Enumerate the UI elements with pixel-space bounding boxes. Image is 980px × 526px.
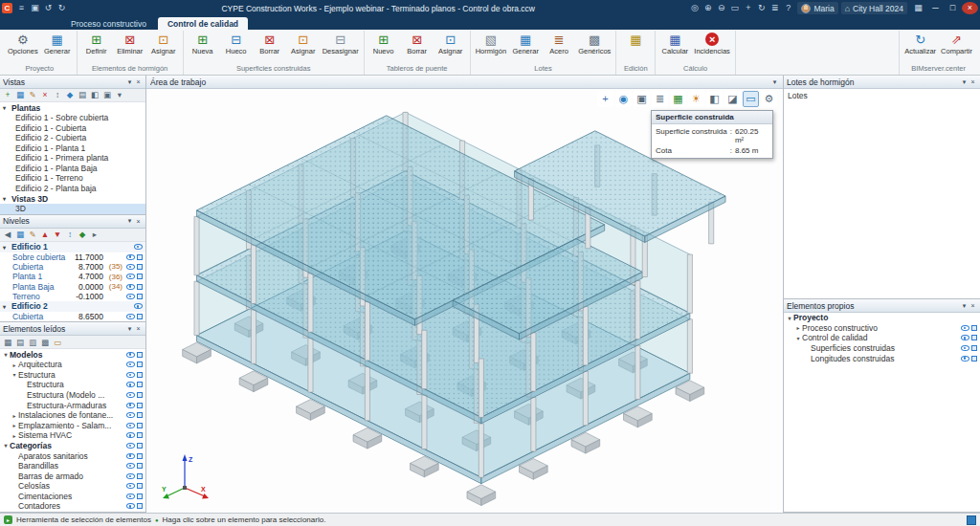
eye-icon[interactable] [126, 284, 135, 290]
chevron-right-icon[interactable]: ▸ [794, 324, 802, 331]
elemento-row-emplazamiento-salam[interactable]: ▸Emplazamiento - Salam... [0, 420, 145, 430]
propio-row-longitudes-construidas[interactable]: Longitudes construidas [784, 353, 980, 363]
ribbon-button-actualizar[interactable]: ↻Actualizar [902, 31, 938, 55]
elemento-row-arquitectura[interactable]: ▸Arquitectura [0, 360, 145, 370]
box-icon[interactable] [971, 356, 977, 362]
ribbon-button-nuevo[interactable]: ⊞Nuevo [368, 31, 400, 55]
ribbon-button-genericos[interactable]: ▩Genéricos [576, 31, 612, 55]
box-icon[interactable]: ▣ [634, 91, 650, 107]
ribbon-button-acero[interactable]: ≣Acero [543, 31, 575, 55]
chevron-right-icon[interactable]: ▸ [11, 412, 18, 419]
building-row-edificio-1[interactable]: ▾Edificio 1 [0, 242, 145, 252]
eye-icon[interactable] [126, 352, 135, 358]
eye-icon[interactable] [126, 392, 135, 398]
ribbon-button-incidencias[interactable]: ×Incidencias [692, 31, 732, 55]
sectionv-icon[interactable]: ◪ [724, 91, 741, 107]
chevron-down-icon[interactable]: ▾ [11, 371, 18, 378]
box-icon[interactable] [137, 264, 143, 270]
ribbon-button-borrar[interactable]: ⊠Borrar [401, 31, 434, 55]
section-icon[interactable]: ◧ [89, 90, 100, 100]
eye-icon[interactable] [961, 345, 969, 351]
eye-icon[interactable] [126, 443, 135, 449]
ribbon-button-definir[interactable]: ⊞Definir [80, 31, 113, 55]
ribbon-button-generar[interactable]: ▦Generar [509, 31, 542, 55]
close-icon[interactable]: × [969, 302, 977, 309]
eye-icon[interactable] [126, 412, 135, 418]
chevron-down-icon[interactable]: ▾ [786, 315, 793, 321]
eye-icon[interactable] [126, 453, 135, 459]
eye-icon[interactable] [126, 403, 135, 408]
down-icon[interactable]: ▼ [52, 230, 63, 240]
propio-row-proyecto[interactable]: ▾Proyecto [784, 313, 980, 323]
project-chip[interactable]: ⌂ City Hall 2024 [841, 2, 907, 14]
undo-icon[interactable]: ↺ [42, 2, 55, 14]
tab-control-de-calidad[interactable]: Control de calidad [158, 17, 248, 30]
elemento-row-aparatos-sanitarios[interactable]: Aparatos sanitarios [0, 450, 145, 461]
g1-icon[interactable]: ▦ [2, 337, 13, 347]
list-icon[interactable]: ≣ [768, 2, 781, 14]
box-icon[interactable] [971, 325, 977, 331]
chevron-down-icon[interactable]: ▾ [3, 104, 10, 111]
box-icon[interactable] [137, 382, 143, 387]
view-item-3d[interactable]: 3D [0, 204, 145, 214]
close-icon[interactable]: × [134, 78, 143, 85]
eye-icon[interactable] [126, 473, 135, 479]
g3-icon[interactable]: ▥ [27, 337, 38, 347]
box-icon[interactable] [137, 503, 143, 509]
save-icon[interactable]: ▣ [29, 2, 41, 14]
eye-icon[interactable] [126, 503, 135, 509]
level-row-cubierta[interactable]: Cubierta8.6500 [0, 312, 145, 321]
eye-icon[interactable] [126, 294, 135, 299]
chevron-down-icon[interactable]: ▾ [960, 78, 969, 86]
box-icon[interactable] [137, 423, 143, 428]
chevron-down-icon[interactable]: ▾ [2, 442, 10, 449]
elemento-row-estructura[interactable]: Estructura [0, 380, 145, 390]
elemento-row-instalaciones-de-fontane[interactable]: ▸Instalaciones de fontane... [0, 410, 145, 421]
chevron-down-icon[interactable]: ▾ [125, 217, 134, 225]
box-icon[interactable] [137, 443, 143, 449]
eye-icon[interactable] [126, 382, 135, 387]
eye-icon[interactable] [126, 314, 135, 319]
eye-icon[interactable] [961, 325, 969, 331]
box-icon[interactable] [971, 335, 977, 340]
layers-icon[interactable]: ≣ [652, 91, 668, 107]
vistas-group-plantas[interactable]: ▾Plantas [0, 102, 145, 113]
settings-icon[interactable]: ⚙ [761, 91, 777, 107]
pointer-icon[interactable]: + [597, 91, 613, 107]
elemento-row-categorias[interactable]: ▾Categorías [0, 441, 145, 451]
up-icon[interactable]: ▲ [39, 230, 51, 240]
close-icon[interactable]: × [969, 78, 977, 85]
view-item-edificio-1-primera-planta[interactable]: Edificio 1 - Primera planta [0, 153, 145, 164]
view-item-edificio-2-planta-baja[interactable]: Edificio 2 - Planta baja [0, 184, 145, 194]
table-icon[interactable]: ▦ [14, 230, 26, 240]
eye-icon[interactable] [961, 356, 969, 362]
ribbon-button-opciones[interactable]: ⚙Opciones [6, 31, 40, 55]
box-icon[interactable] [137, 314, 143, 319]
eye-icon[interactable] [126, 463, 135, 469]
eye-icon[interactable] [126, 483, 135, 489]
eye-icon[interactable] [134, 244, 143, 250]
chevron-right-icon[interactable]: ▸ [11, 362, 18, 368]
eye2-icon[interactable]: ◉ [615, 91, 632, 107]
propio-row-control-de-calidad[interactable]: ▾Control de calidad [784, 333, 980, 343]
light-icon[interactable]: ☀ [688, 91, 704, 107]
viewport-canvas[interactable]: +◉▣≣▦☀◧◪▭⚙ Superficie construida Superfi… [146, 89, 783, 513]
box-icon[interactable] [137, 352, 143, 358]
camera-icon[interactable]: ◧ [706, 91, 723, 107]
close-icon[interactable]: × [962, 2, 978, 14]
box-icon[interactable] [137, 392, 143, 398]
vistas-group-vistas-3d[interactable]: ▾Vistas 3D [0, 193, 145, 204]
zoom-in-icon[interactable]: ⊕ [702, 2, 714, 14]
box-icon[interactable] [971, 345, 977, 351]
ribbon-button-generar[interactable]: ▦Generar [41, 31, 74, 55]
level-row-planta-1[interactable]: Planta 14.7000(36) [0, 272, 145, 281]
ribbon-button-asignar[interactable]: ⊡Asignar [434, 31, 467, 55]
view-item-edificio-1-planta-baja[interactable]: Edificio 1 - Planta Baja [0, 164, 145, 174]
box-icon[interactable] [137, 362, 143, 367]
copy-icon[interactable]: ▦ [14, 90, 26, 100]
g4-icon[interactable]: ▩ [39, 337, 51, 347]
level-row-sobre-cubierta[interactable]: Sobre cubierta11.7000 [0, 252, 145, 262]
elemento-row-barandillas[interactable]: Barandillas [0, 461, 145, 471]
g2-icon[interactable]: ▤ [14, 337, 26, 347]
box-icon[interactable] [137, 403, 143, 408]
